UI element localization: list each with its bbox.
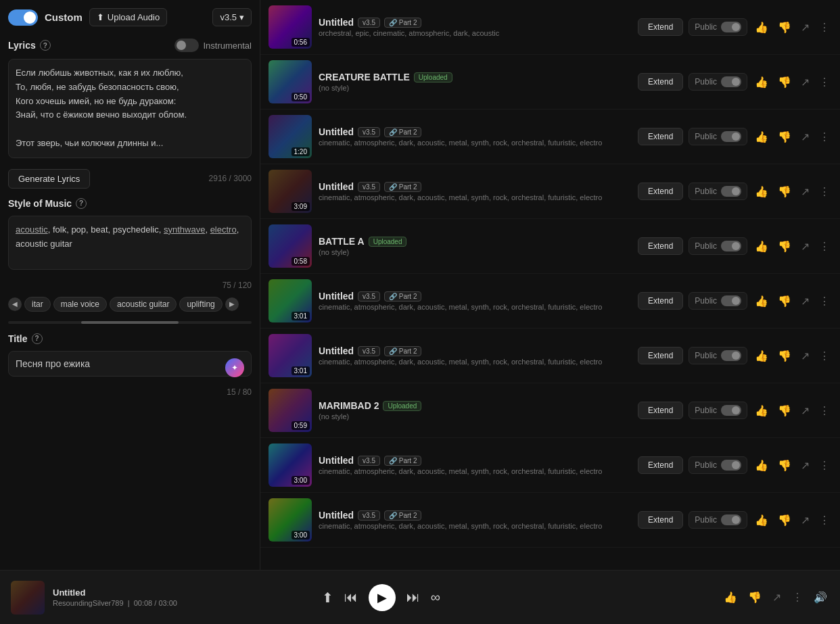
share-button[interactable]: ↗ [799, 19, 812, 36]
like-button[interactable]: 👍 [753, 457, 770, 474]
dislike-button[interactable]: 👎 [776, 512, 793, 529]
track-item[interactable]: 0:50 CREATURE BATTLE Uploaded (no style)… [260, 55, 840, 110]
like-button[interactable]: 👍 [753, 128, 770, 145]
share-button[interactable]: ↗ [799, 238, 812, 255]
extend-button[interactable]: Extend [638, 128, 683, 145]
public-toggle[interactable] [721, 405, 741, 416]
extend-button[interactable]: Extend [638, 183, 683, 200]
track-item[interactable]: 0:58 BATTLE A Uploaded (no style) Extend… [260, 219, 840, 274]
player-like-button[interactable]: 👍 [722, 589, 739, 606]
dislike-button[interactable]: 👎 [776, 74, 793, 91]
share-button[interactable]: ↗ [799, 74, 812, 91]
tag-itar[interactable]: itar [24, 297, 51, 312]
track-item[interactable]: 3:09 Untitled v3.5🔗 Part 2 cinematic, at… [260, 164, 840, 219]
like-button[interactable]: 👍 [753, 293, 770, 310]
dislike-button[interactable]: 👎 [776, 457, 793, 474]
share-button[interactable]: ↗ [799, 183, 812, 200]
share-button[interactable]: ↗ [799, 293, 812, 310]
like-button[interactable]: 👍 [753, 347, 770, 364]
tag-male-voice[interactable]: male voice [53, 297, 107, 312]
like-button[interactable]: 👍 [753, 402, 770, 419]
style-help-icon[interactable]: ? [76, 198, 87, 209]
dislike-button[interactable]: 👎 [776, 19, 793, 36]
next-button[interactable]: ⏭ [406, 590, 420, 605]
more-button[interactable]: ⋮ [817, 183, 832, 200]
more-button[interactable]: ⋮ [817, 238, 832, 255]
public-toggle[interactable] [721, 131, 741, 142]
upload-audio-button[interactable]: ⬆ Upload Audio [89, 8, 167, 26]
like-button[interactable]: 👍 [753, 183, 770, 200]
like-button[interactable]: 👍 [753, 238, 770, 255]
extend-button[interactable]: Extend [638, 402, 683, 419]
version-badge: v3.5 [358, 127, 380, 137]
tag-uplifting[interactable]: uplifting [179, 297, 222, 312]
more-button[interactable]: ⋮ [817, 74, 832, 91]
player-share-button[interactable]: ↗ [770, 589, 783, 606]
extend-button[interactable]: Extend [638, 292, 683, 310]
upload-to-playlist-button[interactable]: ⬆ [322, 590, 333, 606]
lyrics-help-icon[interactable]: ? [40, 40, 51, 51]
public-toggle[interactable] [721, 22, 741, 32]
version-selector[interactable]: v3.5 ▾ [212, 8, 252, 26]
more-button[interactable]: ⋮ [817, 19, 832, 36]
extend-button[interactable]: Extend [638, 511, 683, 529]
dislike-button[interactable]: 👎 [776, 347, 793, 364]
track-item[interactable]: 0:59 MARIMBAD 2 Uploaded (no style) Exte… [260, 383, 840, 438]
scroll-left-arrow[interactable]: ◀ [8, 297, 22, 311]
play-button[interactable]: ▶ [369, 584, 396, 611]
public-toggle[interactable] [721, 186, 741, 197]
extend-button[interactable]: Extend [638, 18, 683, 36]
style-input[interactable]: acoustic, folk, pop, beat, psychedelic, … [8, 216, 252, 270]
extend-button[interactable]: Extend [638, 347, 683, 364]
dislike-button[interactable]: 👎 [776, 128, 793, 145]
share-button[interactable]: ↗ [799, 347, 812, 364]
track-title-row: Untitled v3.5🔗 Part 2 [319, 126, 631, 137]
prev-button[interactable]: ⏮ [344, 590, 358, 605]
extend-button[interactable]: Extend [638, 456, 683, 474]
custom-toggle[interactable] [8, 9, 38, 26]
more-button[interactable]: ⋮ [817, 293, 832, 310]
like-button[interactable]: 👍 [753, 19, 770, 36]
extend-button[interactable]: Extend [638, 73, 683, 91]
title-input[interactable]: Песня про ежика ✦ [8, 351, 252, 377]
track-item[interactable]: 3:01 Untitled v3.5🔗 Part 2 cinematic, at… [260, 329, 840, 383]
title-help-icon[interactable]: ? [32, 333, 43, 344]
more-button[interactable]: ⋮ [817, 457, 832, 474]
share-button[interactable]: ↗ [799, 128, 812, 145]
public-toggle[interactable] [721, 514, 741, 525]
more-button[interactable]: ⋮ [817, 347, 832, 364]
track-item[interactable]: 0:56 Untitled v3.5🔗 Part 2 orchestral, e… [260, 0, 840, 55]
like-button[interactable]: 👍 [753, 74, 770, 91]
like-button[interactable]: 👍 [753, 512, 770, 529]
public-toggle[interactable] [721, 350, 741, 361]
player-more-button[interactable]: ⋮ [790, 589, 805, 606]
share-button[interactable]: ↗ [799, 402, 812, 419]
track-item[interactable]: 1:20 Untitled v3.5🔗 Part 2 cinematic, at… [260, 110, 840, 164]
generate-lyrics-button[interactable]: Generate Lyrics [8, 169, 90, 189]
share-button[interactable]: ↗ [799, 457, 812, 474]
lyrics-textarea[interactable]: Если любишь животных, как я их люблю,То,… [8, 59, 252, 158]
tags-scrollbar[interactable] [8, 321, 252, 324]
player-dislike-button[interactable]: 👎 [746, 589, 764, 606]
player-volume-button[interactable]: 🔊 [812, 589, 829, 606]
dislike-button[interactable]: 👎 [776, 293, 793, 310]
extend-button[interactable]: Extend [638, 237, 683, 255]
track-item[interactable]: 3:00 Untitled v3.5🔗 Part 2 cinematic, at… [260, 493, 840, 548]
loop-button[interactable]: ∞ [431, 590, 440, 605]
public-toggle[interactable] [721, 241, 741, 251]
public-toggle[interactable] [721, 295, 741, 306]
public-toggle[interactable] [721, 76, 741, 87]
track-item[interactable]: 3:00 Untitled v3.5🔗 Part 2 cinematic, at… [260, 438, 840, 493]
dislike-button[interactable]: 👎 [776, 402, 793, 419]
public-toggle[interactable] [721, 460, 741, 471]
share-button[interactable]: ↗ [799, 512, 812, 529]
more-button[interactable]: ⋮ [817, 402, 832, 419]
tag-acoustic-guitar[interactable]: acoustic guitar [110, 297, 177, 312]
instrumental-switch[interactable] [174, 39, 199, 52]
dislike-button[interactable]: 👎 [776, 238, 793, 255]
dislike-button[interactable]: 👎 [776, 183, 793, 200]
scroll-right-arrow[interactable]: ▶ [225, 297, 239, 311]
track-item[interactable]: 3:01 Untitled v3.5🔗 Part 2 cinematic, at… [260, 274, 840, 329]
more-button[interactable]: ⋮ [817, 128, 832, 145]
more-button[interactable]: ⋮ [817, 512, 832, 529]
